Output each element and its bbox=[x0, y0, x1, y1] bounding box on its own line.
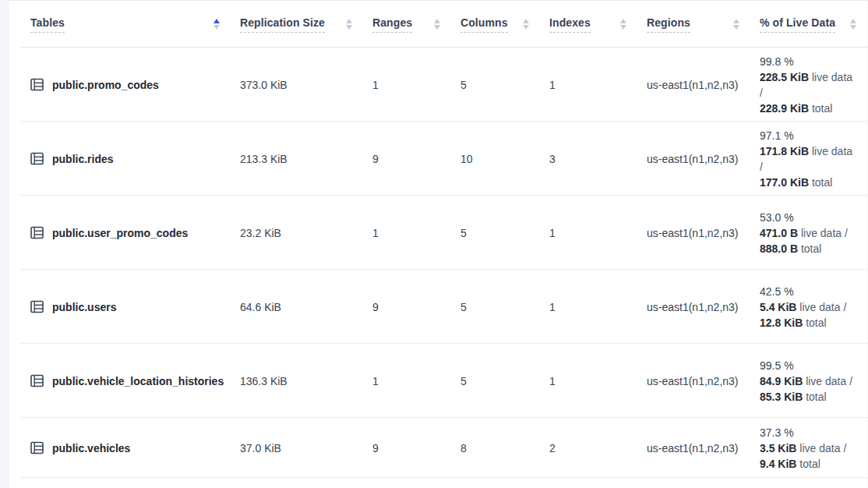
total-data-line: 177.0 KiB total bbox=[760, 175, 858, 190]
sort-down-arrow-icon bbox=[434, 25, 440, 30]
column-header[interactable]: Ranges bbox=[363, 1, 451, 48]
sort-icon[interactable] bbox=[432, 17, 442, 31]
live-percent: 42.5 % bbox=[760, 284, 858, 299]
column-header-label: Replication Size bbox=[240, 16, 325, 33]
table-row: public.vehicle_location_histories 136.3 … bbox=[9, 344, 867, 418]
table-row: public.users 64.6 KiB 9 5 1 us-east1(n1,… bbox=[9, 270, 867, 344]
table-name-cell: public.vehicles bbox=[9, 441, 231, 454]
indexes-cell: 3 bbox=[540, 153, 637, 165]
tables-panel: Tables Replication Size Ranges Columns I… bbox=[8, 0, 867, 488]
regions-cell: us-east1(n1,n2,n3) bbox=[637, 442, 750, 454]
ranges-cell: 9 bbox=[363, 301, 451, 313]
regions-cell: us-east1(n1,n2,n3) bbox=[637, 375, 750, 387]
regions-cell: us-east1(n1,n2,n3) bbox=[637, 153, 750, 165]
ranges-cell: 9 bbox=[363, 153, 451, 165]
regions-cell: us-east1(n1,n2,n3) bbox=[637, 79, 750, 91]
columns-cell: 5 bbox=[451, 79, 540, 91]
column-header-label: Indexes bbox=[549, 16, 591, 33]
table-row: public.rides 213.3 KiB 9 10 3 us-east1(n… bbox=[9, 122, 867, 196]
sort-icon[interactable] bbox=[344, 17, 354, 31]
live-data-line: 471.0 B live data / bbox=[760, 225, 858, 241]
live-data-cell: 97.1 % 171.8 KiB live data / 177.0 KiB t… bbox=[750, 128, 867, 190]
sort-up-arrow-icon bbox=[523, 19, 529, 23]
column-header[interactable]: Replication Size bbox=[231, 1, 363, 48]
sort-icon[interactable] bbox=[849, 17, 858, 31]
regions-cell: us-east1(n1,n2,n3) bbox=[637, 301, 750, 313]
live-data-cell: 37.3 % 3.5 KiB live data / 9.4 KiB total bbox=[750, 425, 867, 472]
indexes-cell: 1 bbox=[540, 79, 637, 91]
regions-cell: us-east1(n1,n2,n3) bbox=[637, 227, 750, 239]
live-percent: 99.5 % bbox=[760, 358, 858, 373]
sort-up-arrow-icon bbox=[733, 19, 739, 23]
table-header-row: Tables Replication Size Ranges Columns I… bbox=[9, 1, 867, 48]
table-name-link[interactable]: public.promo_codes bbox=[52, 79, 159, 91]
table-name-link[interactable]: public.vehicles bbox=[52, 442, 130, 454]
sort-down-arrow-icon bbox=[620, 25, 626, 30]
live-data-line: 3.5 KiB live data / bbox=[760, 440, 858, 456]
table-name-link[interactable]: public.users bbox=[52, 301, 116, 313]
sort-down-arrow-icon bbox=[346, 25, 352, 30]
replication-size-cell: 136.3 KiB bbox=[231, 375, 363, 387]
indexes-cell: 1 bbox=[540, 375, 637, 387]
live-data-cell: 99.5 % 84.9 KiB live data / 85.3 KiB tot… bbox=[750, 358, 867, 405]
total-data-line: 228.9 KiB total bbox=[760, 101, 858, 116]
column-header[interactable]: Regions bbox=[637, 1, 750, 48]
table-name-cell: public.promo_codes bbox=[9, 78, 231, 91]
table-icon bbox=[30, 300, 44, 313]
sort-down-arrow-icon bbox=[850, 25, 856, 30]
sort-icon[interactable] bbox=[212, 17, 221, 31]
table-icon bbox=[30, 78, 44, 91]
tables-page: Tables Replication Size Ranges Columns I… bbox=[0, 0, 868, 488]
ranges-cell: 9 bbox=[363, 442, 451, 454]
live-data-line: 228.5 KiB live data / bbox=[760, 69, 858, 101]
live-data-cell: 53.0 % 471.0 B live data / 888.0 B total bbox=[750, 210, 867, 256]
column-header-label: Tables bbox=[30, 16, 65, 33]
sort-down-arrow-icon bbox=[733, 25, 739, 30]
columns-cell: 5 bbox=[451, 375, 540, 387]
live-data-cell: 99.8 % 228.5 KiB live data / 228.9 KiB t… bbox=[750, 54, 867, 116]
sort-up-arrow-icon bbox=[850, 19, 856, 23]
sort-up-arrow-icon bbox=[620, 19, 626, 23]
sort-icon[interactable] bbox=[732, 17, 741, 31]
sort-icon[interactable] bbox=[521, 17, 531, 31]
column-header[interactable]: Tables bbox=[9, 1, 231, 48]
total-data-line: 85.3 KiB total bbox=[760, 389, 858, 405]
column-header[interactable]: Columns bbox=[451, 1, 540, 48]
live-data-line: 84.9 KiB live data / bbox=[760, 373, 858, 389]
replication-size-cell: 23.2 KiB bbox=[231, 227, 363, 239]
column-header[interactable]: Indexes bbox=[540, 1, 637, 48]
sort-up-arrow-icon bbox=[434, 19, 440, 23]
sort-down-arrow-icon bbox=[523, 25, 529, 30]
table-name-link[interactable]: public.rides bbox=[52, 153, 114, 165]
column-header-label: Ranges bbox=[372, 16, 412, 33]
replication-size-cell: 213.3 KiB bbox=[231, 153, 363, 165]
live-percent: 99.8 % bbox=[760, 54, 858, 69]
table-name-link[interactable]: public.vehicle_location_histories bbox=[52, 375, 224, 387]
column-header[interactable]: % of Live Data bbox=[750, 1, 867, 48]
table-body: public.promo_codes 373.0 KiB 1 5 1 us-ea… bbox=[9, 48, 867, 478]
table-icon bbox=[30, 441, 44, 454]
table-name-cell: public.rides bbox=[9, 152, 231, 165]
ranges-cell: 1 bbox=[363, 375, 451, 387]
table-name-cell: public.users bbox=[9, 300, 231, 313]
column-header-label: Columns bbox=[460, 16, 508, 33]
columns-cell: 5 bbox=[451, 227, 540, 239]
total-data-line: 9.4 KiB total bbox=[760, 456, 858, 472]
table-icon bbox=[30, 152, 44, 165]
columns-cell: 5 bbox=[451, 301, 540, 313]
table-name-link[interactable]: public.user_promo_codes bbox=[52, 227, 188, 239]
ranges-cell: 1 bbox=[363, 79, 451, 91]
replication-size-cell: 37.0 KiB bbox=[231, 442, 363, 454]
table-row: public.promo_codes 373.0 KiB 1 5 1 us-ea… bbox=[9, 48, 867, 122]
sort-up-arrow-icon bbox=[213, 19, 220, 23]
indexes-cell: 2 bbox=[540, 442, 637, 454]
columns-cell: 10 bbox=[451, 153, 540, 165]
sort-icon[interactable] bbox=[619, 17, 628, 31]
live-percent: 53.0 % bbox=[760, 210, 858, 225]
column-header-label: % of Live Data bbox=[760, 16, 835, 33]
table-name-cell: public.vehicle_location_histories bbox=[9, 374, 231, 387]
ranges-cell: 1 bbox=[363, 227, 451, 239]
sort-up-arrow-icon bbox=[346, 19, 352, 23]
table-icon bbox=[30, 374, 44, 387]
sort-down-arrow-icon bbox=[213, 25, 220, 30]
